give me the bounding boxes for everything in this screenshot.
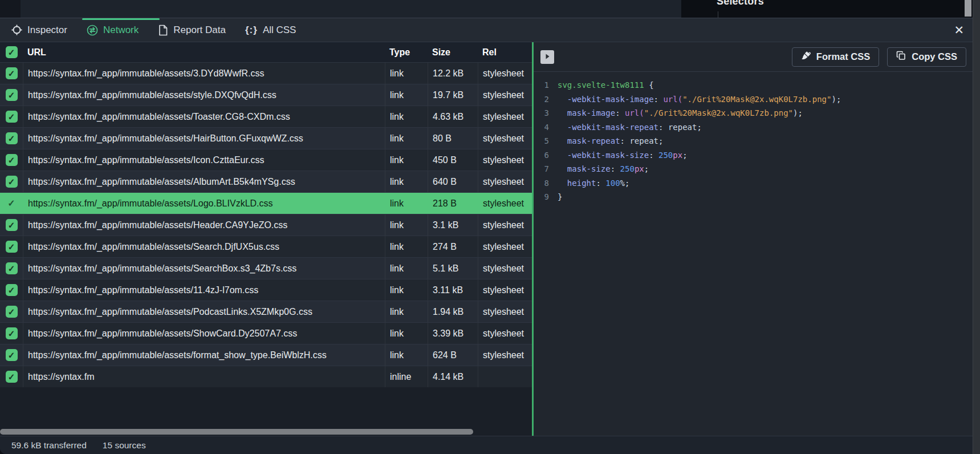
- code-line: 4 -webkit-mask-repeat: repeat;: [542, 120, 980, 135]
- selectors-heading: Selectors: [717, 0, 764, 7]
- table-header-row: ✓ URL Type Size Rel: [0, 42, 532, 62]
- row-checkbox[interactable]: ✓: [0, 193, 23, 214]
- tab-report-data[interactable]: Report Data: [158, 25, 226, 36]
- line-number: 1: [542, 78, 549, 92]
- css-code-viewer[interactable]: 1svg.svelte-1tw8111 {2 -webkit-mask-imag…: [534, 72, 980, 436]
- size-cell: 3.39 kB: [428, 323, 478, 344]
- tab-bar: Inspector Network Report Data {:}: [0, 18, 980, 42]
- size-cell: 218 B: [428, 193, 478, 214]
- tab-label: Network: [103, 25, 139, 36]
- row-checkbox[interactable]: ✓: [0, 214, 23, 236]
- line-number: 7: [542, 162, 549, 176]
- brush-icon: [801, 51, 811, 63]
- transferred-total: 59.6 kB transferred: [11, 440, 87, 451]
- table-row[interactable]: ✓https://syntax.fm/_app/immutable/assets…: [0, 344, 532, 366]
- line-number: 9: [542, 190, 549, 204]
- rel-cell: stylesheet: [478, 344, 532, 366]
- table-row[interactable]: ✓https://syntax.fm/_app/immutable/assets…: [0, 322, 532, 344]
- rel-cell: [478, 366, 532, 387]
- backdrop-selectors-panel: Selectors: [681, 0, 980, 18]
- close-icon[interactable]: ✕: [954, 22, 964, 38]
- size-cell: 274 B: [428, 236, 478, 257]
- size-cell: 4.14 kB: [428, 366, 478, 387]
- row-checkbox[interactable]: ✓: [0, 149, 23, 171]
- row-checkbox[interactable]: ✓: [0, 366, 23, 387]
- rel-cell: stylesheet: [478, 279, 532, 301]
- line-number: 3: [542, 106, 549, 120]
- column-header-type: Type: [385, 42, 428, 62]
- type-cell: link: [385, 236, 428, 257]
- table-row[interactable]: ✓https://syntax.fm/_app/immutable/assets…: [0, 301, 532, 322]
- page-backdrop: Selectors: [0, 0, 980, 18]
- table-row[interactable]: ✓https://syntax.fminline4.14 kB: [0, 366, 532, 387]
- line-number: 5: [542, 134, 549, 148]
- url-cell: https://syntax.fm/_app/immutable/assets/…: [23, 258, 385, 279]
- copy-css-button[interactable]: Copy CSS: [887, 47, 966, 67]
- row-checkbox[interactable]: ✓: [0, 279, 23, 301]
- rel-cell: stylesheet: [478, 106, 532, 127]
- css-devtools-panel: Inspector Network Report Data {:}: [0, 18, 980, 454]
- row-checkbox[interactable]: ✓: [0, 344, 23, 366]
- size-cell: 12.2 kB: [428, 63, 478, 84]
- network-pane: ✓ URL Type Size Rel ✓https://syntax.fm/_…: [0, 42, 534, 436]
- code-line: 5 mask-repeat: repeat;: [542, 134, 980, 148]
- css-code-pane: Format CSS Copy CSS 1svg.svelte-1tw8111 …: [534, 42, 980, 436]
- row-checkbox[interactable]: ✓: [0, 63, 23, 84]
- row-checkbox[interactable]: ✓: [0, 301, 23, 322]
- table-row[interactable]: ✓https://syntax.fm/_app/immutable/assets…: [0, 84, 532, 106]
- column-header-url: URL: [23, 42, 385, 62]
- format-css-button[interactable]: Format CSS: [792, 47, 879, 67]
- tab-label: Report Data: [173, 25, 226, 36]
- active-tab-accent: [82, 18, 160, 20]
- url-cell: https://syntax.fm/_app/immutable/assets/…: [23, 214, 385, 236]
- table-row[interactable]: ✓https://syntax.fm/_app/immutable/assets…: [0, 192, 532, 214]
- rel-cell: stylesheet: [478, 214, 532, 236]
- row-checkbox[interactable]: ✓: [0, 106, 23, 127]
- code-line: 9}: [542, 190, 980, 204]
- type-cell: link: [385, 258, 428, 279]
- tab-all-css[interactable]: {:} All CSS: [245, 25, 296, 36]
- url-cell: https://syntax.fm/_app/immutable/assets/…: [23, 236, 385, 257]
- rel-cell: stylesheet: [478, 128, 532, 149]
- status-bar: 59.6 kB transferred 15 sources: [0, 436, 980, 454]
- type-cell: link: [385, 323, 428, 344]
- line-number: 4: [542, 120, 549, 135]
- sources-count: 15 sources: [103, 440, 146, 451]
- tab-network[interactable]: Network: [87, 25, 139, 36]
- url-cell: https://syntax.fm/_app/immutable/assets/…: [23, 344, 385, 366]
- rel-cell: stylesheet: [478, 63, 532, 84]
- type-cell: link: [385, 149, 428, 171]
- line-number: 2: [542, 92, 549, 107]
- type-cell: link: [385, 214, 428, 236]
- code-line: 1svg.svelte-1tw8111 {: [542, 78, 980, 92]
- page-vertical-scrollbar-thumb[interactable]: [965, 0, 971, 17]
- table-row[interactable]: ✓https://syntax.fm/_app/immutable/assets…: [0, 62, 532, 84]
- column-header-size: Size: [428, 42, 478, 62]
- vertical-scrollbar-track[interactable]: [973, 0, 980, 454]
- table-row[interactable]: ✓https://syntax.fm/_app/immutable/assets…: [0, 214, 532, 236]
- table-row[interactable]: ✓https://syntax.fm/_app/immutable/assets…: [0, 127, 532, 149]
- type-cell: link: [385, 193, 428, 214]
- row-checkbox[interactable]: ✓: [0, 84, 23, 106]
- table-row[interactable]: ✓https://syntax.fm/_app/immutable/assets…: [0, 171, 532, 192]
- table-row[interactable]: ✓https://syntax.fm/_app/immutable/assets…: [0, 236, 532, 257]
- size-cell: 624 B: [428, 344, 478, 366]
- table-row[interactable]: ✓https://syntax.fm/_app/immutable/assets…: [0, 279, 532, 301]
- row-checkbox[interactable]: ✓: [0, 258, 23, 279]
- backdrop-middle-strip: [21, 0, 681, 18]
- row-checkbox[interactable]: ✓: [0, 128, 23, 149]
- tab-inspector[interactable]: Inspector: [11, 25, 67, 36]
- size-cell: 3.1 kB: [428, 214, 478, 236]
- format-css-label: Format CSS: [816, 51, 870, 62]
- collapse-panel-button[interactable]: [540, 50, 554, 64]
- horizontal-scrollbar-thumb[interactable]: [0, 429, 473, 435]
- size-cell: 80 B: [428, 128, 478, 149]
- select-all-checkbox[interactable]: ✓: [0, 42, 23, 62]
- row-checkbox[interactable]: ✓: [0, 171, 23, 192]
- table-row[interactable]: ✓https://syntax.fm/_app/immutable/assets…: [0, 106, 532, 127]
- row-checkbox[interactable]: ✓: [0, 323, 23, 344]
- row-checkbox[interactable]: ✓: [0, 236, 23, 257]
- table-row[interactable]: ✓https://syntax.fm/_app/immutable/assets…: [0, 257, 532, 279]
- table-row[interactable]: ✓https://syntax.fm/_app/immutable/assets…: [0, 149, 532, 171]
- code-line: 8 height: 100%;: [542, 176, 980, 190]
